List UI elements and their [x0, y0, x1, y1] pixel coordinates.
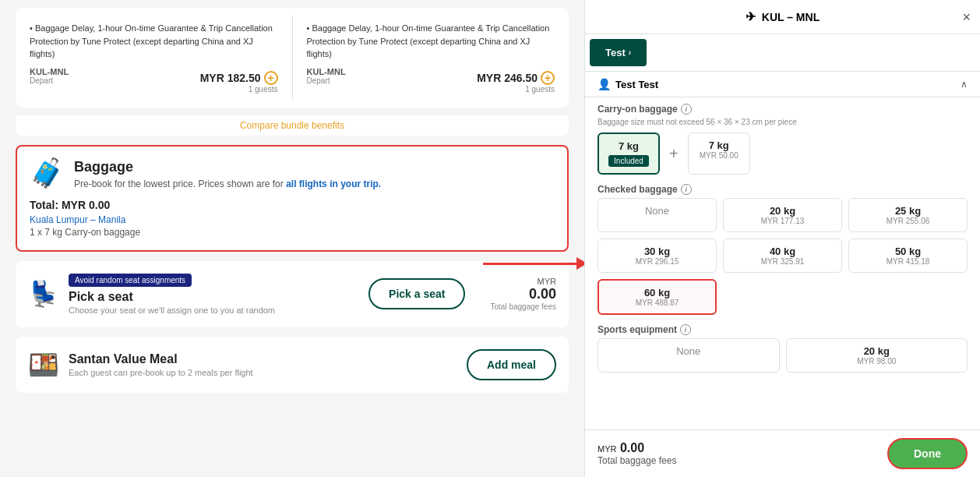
red-arrow-head: [576, 257, 584, 270]
carry-on-extra-price: MYR 50.00: [698, 151, 740, 160]
seat-card: 💺 Avoid random seat assignments Pick a s…: [16, 261, 569, 327]
tab-test[interactable]: Test ›: [590, 39, 647, 66]
bundle-card-2-text: • Baggage Delay, 1-hour On-time Guarante…: [307, 22, 555, 61]
checked-none[interactable]: None: [598, 198, 717, 232]
baggage-card-title: Baggage: [74, 159, 381, 175]
baggage-total: Total: MYR 0.00: [30, 199, 555, 211]
seat-badge: Avoid random seat assignments: [69, 274, 192, 287]
compare-link[interactable]: Compare bundle benefits: [16, 115, 569, 136]
price-label: Total baggage fees: [490, 302, 556, 311]
baggage-card: 🧳 Baggage Pre-book for the lowest price.…: [16, 145, 569, 252]
carry-on-7kg-included[interactable]: 7 kg Included: [598, 132, 660, 175]
close-button[interactable]: ×: [962, 9, 971, 25]
baggage-route: Kuala Lumpur – Manila: [30, 214, 555, 225]
footer-label: Total baggage fees: [598, 455, 676, 466]
done-button[interactable]: Done: [887, 438, 968, 469]
sports-none[interactable]: None: [598, 338, 780, 373]
sports-options: None 20 kg MYR 98.00: [598, 338, 968, 373]
passenger-name-text: Test Test: [615, 79, 658, 90]
bundle-card-1-text: • Baggage Delay, 1-hour On-time Guarante…: [30, 22, 278, 61]
checked-50kg[interactable]: 50 kg MYR 415.18: [848, 238, 968, 273]
passenger-section: 👤 Test Test ∧: [585, 72, 980, 97]
bundle-card-1-description: Baggage Delay, 1-hour On-time Guarantee …: [30, 23, 273, 58]
right-header: ✈ KUL – MNL ×: [585, 0, 980, 34]
seat-card-title: Pick a seat: [69, 290, 275, 304]
carry-on-7kg-label: 7 kg: [608, 140, 649, 152]
route-label: KUL – MNL: [762, 11, 820, 23]
baggage-icon: 🧳: [30, 159, 65, 187]
carry-on-section-label: Carry-on baggage i: [598, 104, 968, 115]
bundle-card-2: • Baggage Delay, 1-hour On-time Guarante…: [301, 16, 562, 100]
passenger-name: 👤 Test Test: [598, 78, 658, 90]
carry-on-included-badge: Included: [608, 155, 649, 167]
bundle-card-2-route: KUL-MNL: [307, 67, 346, 76]
plane-icon: ✈: [746, 9, 756, 24]
checked-30kg[interactable]: 30 kg MYR 296.15: [598, 238, 717, 273]
sports-section-label: Sports equipment i: [598, 324, 968, 335]
baggage-content: Carry-on baggage i Baggage size must not…: [585, 97, 980, 429]
tab-label: Test: [605, 47, 626, 58]
checked-20kg[interactable]: 20 kg MYR 177.13: [723, 198, 842, 232]
bundle-card-1-route: KUL-MNL: [30, 67, 69, 76]
bundle-cards-container: • Baggage Delay, 1-hour On-time Guarante…: [16, 8, 569, 108]
left-panel: • Baggage Delay, 1-hour On-time Guarante…: [0, 0, 584, 477]
tab-bar: Test ›: [585, 34, 980, 72]
meal-card: 🍱 Santan Value Meal Each guest can pre-b…: [16, 337, 569, 393]
person-icon: 👤: [598, 78, 611, 90]
plus-separator: +: [666, 132, 682, 175]
footer-total: MYR 0.00 Total baggage fees: [598, 441, 676, 466]
bundle-card-2-add-btn[interactable]: +: [541, 71, 555, 85]
checked-options-grid: None 20 kg MYR 177.13 25 kg MYR 255.06 3…: [598, 198, 968, 315]
baggage-card-subtitle: Pre-book for the lowest price. Prices sh…: [74, 178, 381, 189]
bundle-card-1-guests: 1 guests: [30, 85, 278, 94]
checked-25kg[interactable]: 25 kg MYR 255.06: [848, 198, 968, 232]
sports-info-icon[interactable]: i: [680, 324, 691, 335]
pick-seat-button[interactable]: Pick a seat: [368, 278, 465, 309]
tab-chevron: ›: [629, 48, 631, 57]
footer-amount: MYR 0.00: [598, 441, 676, 455]
carry-on-options: 7 kg Included + 7 kg MYR 50.00: [598, 132, 968, 175]
bundle-card-2-description: Baggage Delay, 1-hour On-time Guarantee …: [307, 23, 550, 58]
passenger-chevron: ∧: [961, 79, 968, 90]
checked-60kg[interactable]: 60 kg MYR 488.87: [598, 279, 717, 315]
meal-card-title: Santan Value Meal: [69, 352, 253, 366]
carry-on-7kg-extra[interactable]: 7 kg MYR 50.00: [688, 132, 750, 175]
carry-on-extra-kg: 7 kg: [698, 140, 740, 151]
meal-icon: 🍱: [28, 350, 59, 380]
passenger-row[interactable]: 👤 Test Test ∧: [598, 78, 968, 90]
sports-20kg[interactable]: 20 kg MYR 98.00: [786, 338, 968, 373]
price-myr: MYR: [490, 277, 556, 286]
bundle-card-1-price: MYR 182.50: [200, 72, 261, 84]
checked-section-label: Checked baggage i: [598, 184, 968, 195]
bundle-card-2-depart: Depart: [307, 76, 346, 85]
bundle-card-2-guests: 1 guests: [307, 85, 555, 94]
bundle-card-1: • Baggage Delay, 1-hour On-time Guarante…: [23, 16, 284, 100]
meal-card-subtitle: Each guest can pre-book up to 2 meals pe…: [69, 368, 253, 377]
checked-40kg[interactable]: 40 kg MYR 325.91: [723, 238, 842, 273]
carry-on-info-icon[interactable]: i: [681, 104, 692, 115]
bundle-card-1-add-btn[interactable]: +: [264, 71, 278, 85]
right-footer: MYR 0.00 Total baggage fees Done: [585, 429, 980, 477]
right-panel: ✈ KUL – MNL × Test › 👤 Test Test ∧: [584, 0, 980, 477]
bundle-card-1-depart: Depart: [30, 76, 69, 85]
price-amount: 0.00: [490, 286, 556, 302]
add-meal-button[interactable]: Add meal: [467, 349, 556, 380]
bundle-cards-divider: [292, 16, 293, 100]
flight-route: ✈ KUL – MNL: [746, 9, 820, 24]
checked-info-icon[interactable]: i: [681, 184, 692, 195]
seat-card-subtitle: Choose your seat or we'll assign one to …: [69, 306, 275, 315]
price-summary: MYR 0.00 Total baggage fees: [490, 277, 556, 311]
seat-icon: 💺: [28, 279, 59, 309]
bundle-card-2-price: MYR 246.50: [477, 72, 538, 84]
carry-on-size-note: Baggage size must not exceed 56 × 36 × 2…: [598, 118, 968, 126]
baggage-carry-on: 1 x 7 kg Carry-on baggage: [30, 227, 555, 238]
